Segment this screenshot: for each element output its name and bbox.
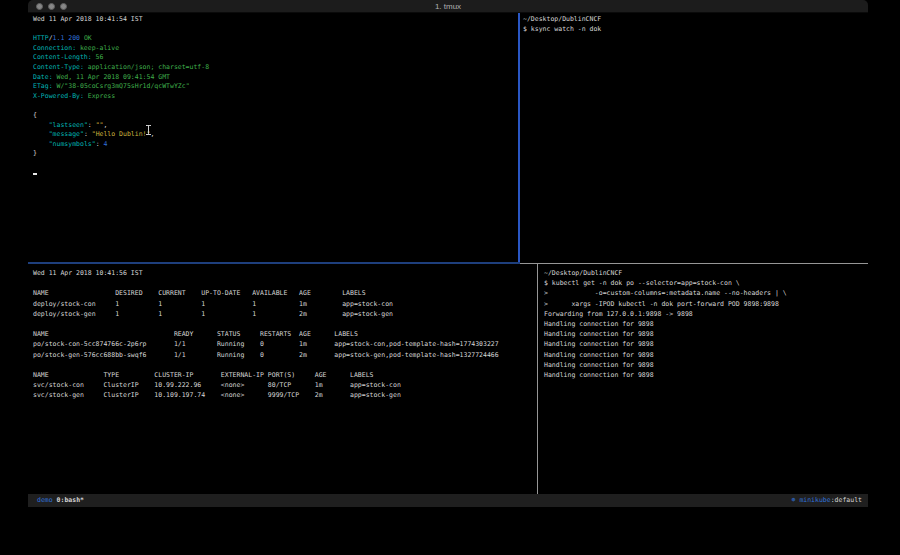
pane-http-response[interactable]: Wed 11 Apr 2018 10:41:54 IST HTTP/1.1 20… [28,13,518,262]
close-button[interactable] [36,3,43,10]
terminal-line: Wed 11 Apr 2018 10:41:56 IST [33,268,538,278]
window-item-bash[interactable]: 0:bash* [57,494,84,507]
terminal-line: Handling connection for 9898 [544,370,868,380]
terminal-line: Wed 11 Apr 2018 10:41:54 IST [33,15,518,25]
terminal-line: $ kubectl get -n dok po --selector=app=s… [544,278,868,288]
traffic-lights [36,3,67,10]
block-cursor [33,173,37,175]
tmux-status-bar: demo 0:bash* ☸ minikube:default [28,494,868,507]
window-title: 1. tmux [28,0,868,13]
terminal-line [33,278,538,288]
terminal-line: Handling connection for 9898 [544,350,868,360]
terminal-line [33,101,518,111]
terminal-line: Connection: keep-alive [33,44,518,54]
minimize-button[interactable] [48,3,55,10]
zoom-button[interactable] [60,3,67,10]
terminal-line: X-Powered-By: Express [33,92,518,102]
terminal-line [33,169,518,179]
terminal-line: po/stock-gen-576cc688bb-swqf6 1/1 Runnin… [33,350,538,360]
pane-port-forward[interactable]: ~/Desktop/DublinCNCF$ kubectl get -n dok… [539,264,868,494]
terminal-line: Content-Type: application/json; charset=… [33,63,518,73]
terminal-line: > xargs -IPOD kubectl -n dok port-forwar… [544,299,868,309]
terminal-line: svc/stock-gen ClusterIP 10.109.197.74 <n… [33,390,538,400]
terminal-line: ~/Desktop/DublinCNCF [544,268,868,278]
terminal-line: $ ksync watch -n dok [523,25,868,35]
terminal-line: Handling connection for 9898 [544,319,868,329]
terminal-line: > -o=custom-columns=:metadata.name --no-… [544,288,868,298]
terminal-line: Handling connection for 9898 [544,329,868,339]
kube-context: minikube [799,494,830,507]
terminal-line: "message": "Hello Dublin!", [33,130,518,140]
terminal-line: Forwarding from 127.0.0.1:9898 -> 9898 [544,309,868,319]
terminal-line: "lastseen": "", [33,121,518,131]
terminal-line: Handling connection for 9898 [544,339,868,349]
pane-ksync[interactable]: ~/Desktop/DublinCNCF$ ksync watch -n dok [520,13,868,262]
terminal-line: ~/Desktop/DublinCNCF [523,15,868,25]
terminal-line: HTTP/1.1 200 OK [33,34,518,44]
terminal-line: Handling connection for 9898 [544,360,868,370]
pane-kubectl-get[interactable]: Wed 11 Apr 2018 10:41:56 IST NAME DESIRE… [28,264,538,494]
kube-namespace: :default [831,494,862,507]
terminal-line: Date: Wed, 11 Apr 2018 09:41:54 GMT [33,73,518,83]
pane-divider-vertical-top[interactable] [518,13,520,264]
terminal-line: ETag: W/"38-05coCsrg3mQ75sHr1d/qcWTwYZc" [33,82,518,92]
terminal-line: NAME TYPE CLUSTER-IP EXTERNAL-IP PORT(S)… [33,370,538,380]
session-name: demo [37,494,53,507]
terminal-line: deploy/stock-gen 1 1 1 1 2m app=stock-ge… [33,309,538,319]
terminal-line [33,25,518,35]
window-titlebar: 1. tmux [28,0,868,13]
terminal-line: { [33,111,518,121]
terminal-line: NAME DESIRED CURRENT UP-TO-DATE AVAILABL… [33,288,538,298]
terminal-line: "numsymbols": 4 [33,140,518,150]
terminal-line: Content-Length: 56 [33,53,518,63]
terminal-line: } [33,149,518,159]
terminal-line [33,360,538,370]
terminal-window: 1. tmux Wed 11 Apr 2018 10:41:54 IST HTT… [28,0,868,507]
tmux-content: Wed 11 Apr 2018 10:41:54 IST HTTP/1.1 20… [28,13,868,507]
terminal-line [33,319,538,329]
terminal-line: NAME READY STATUS RESTARTS AGE LABELS [33,329,538,339]
terminal-line: deploy/stock-con 1 1 1 1 1m app=stock-co… [33,299,538,309]
terminal-line: po/stock-con-5cc874766c-2p6rp 1/1 Runnin… [33,339,538,349]
terminal-line [33,159,518,169]
terminal-line: svc/stock-con ClusterIP 10.99.222.96 <no… [33,380,538,390]
